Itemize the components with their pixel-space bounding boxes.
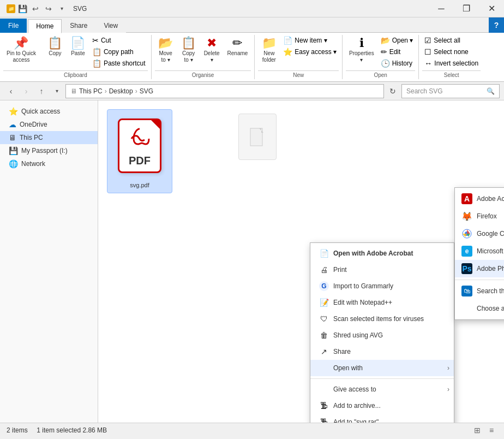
select-all-button[interactable]: ☑ Select all [422, 35, 481, 46]
tab-view[interactable]: View [95, 19, 126, 33]
list-view-button[interactable]: ≡ [485, 424, 497, 436]
tab-home[interactable]: Home [28, 19, 62, 33]
qat-dropdown[interactable]: ▾ [56, 3, 68, 15]
paste-button[interactable]: 📄 Paste [67, 35, 89, 59]
help-button[interactable]: ? [489, 17, 504, 33]
select-none-button[interactable]: ☐ Select none [422, 46, 481, 57]
copy-path-button[interactable]: 📋 Copy path [90, 46, 148, 57]
restore-button[interactable]: ❐ [454, 0, 479, 17]
tab-share[interactable]: Share [62, 19, 95, 33]
ctx-grammarly[interactable]: G Import to Grammarly [310, 278, 454, 294]
status-items-count: 2 items 1 item selected 2.86 MB [7, 426, 107, 434]
properties-icon: ℹ [359, 37, 364, 49]
qat-save[interactable]: 💾 [16, 3, 28, 15]
ctx-open-with[interactable]: Open with › [310, 360, 454, 376]
my-passport-icon: 💾 [9, 146, 18, 155]
cut-icon: ✂ [92, 36, 99, 45]
select-items: ☑ Select all ☐ Select none ↔ Invert sele… [422, 35, 481, 69]
ctx-add-rar[interactable]: 🗜 Add to "svg.rar" [310, 414, 454, 423]
submenu-label: Adobe Acrobat [477, 195, 504, 203]
submenu-acrobat[interactable]: A Adobe Acrobat [455, 190, 504, 207]
properties-button[interactable]: ℹ Properties▾ [346, 35, 377, 66]
ctx-label: Edit with Notepad++ [333, 299, 392, 306]
pin-button[interactable]: 📌 Pin to Quickaccess [3, 35, 39, 66]
edit-button[interactable]: ✏ Edit [379, 46, 416, 57]
select-all-icon: ☑ [424, 36, 431, 45]
file-item-svg-pdf[interactable]: PDF svg.pdf [107, 109, 172, 193]
submenu-store[interactable]: 🛍 Search the Microsoft Store [455, 282, 504, 300]
give-access-arrow: › [447, 385, 449, 393]
recent-button[interactable]: ▾ [50, 85, 63, 98]
new-folder-button[interactable]: 📁 Newfolder [258, 35, 280, 66]
blank-file-thumbnail [238, 114, 277, 160]
submenu-another-app[interactable]: Choose another app [455, 300, 504, 317]
open-button[interactable]: 📂 Open ▾ [379, 35, 416, 46]
ctx-add-archive[interactable]: 🗜 Add to archive... [310, 398, 454, 414]
address-this-pc[interactable]: This PC [79, 87, 103, 95]
qat-redo[interactable]: ↪ [43, 3, 55, 15]
move-to-label: Moveto ▾ [159, 50, 172, 63]
quick-access-toolbar: 📁 💾 ↩ ↪ ▾ [4, 3, 70, 15]
thumbnail-view-button[interactable]: ⊞ [471, 424, 483, 436]
address-bar[interactable]: 🖥 This PC › Desktop › SVG [65, 84, 384, 98]
new-item-icon: 📄 [283, 36, 292, 45]
address-svg[interactable]: SVG [140, 87, 153, 95]
copy-icon: 📋 [47, 37, 62, 49]
search-icon: 🔍 [487, 87, 495, 95]
sidebar-item-onedrive[interactable]: ☁ OneDrive [0, 118, 98, 131]
back-button[interactable]: ‹ [4, 85, 17, 98]
copy-path-icon: 📋 [92, 48, 101, 56]
submenu-label: Microsoft Edge [477, 247, 504, 255]
submenu-label: Firefox [477, 212, 497, 220]
tab-file[interactable]: File [0, 19, 27, 33]
easy-access-button[interactable]: ⭐ Easy access ▾ [281, 46, 339, 57]
photoshop-sub-icon: Ps [461, 263, 472, 274]
move-to-button[interactable]: 📂 Moveto ▾ [155, 35, 177, 66]
paste-shortcut-button[interactable]: 📋 Paste shortcut [90, 58, 148, 69]
svg-rect-0 [250, 128, 262, 146]
submenu-chrome[interactable]: Google Chrome [455, 225, 504, 242]
new-label: New [258, 70, 339, 79]
sidebar-item-label: This PC [20, 134, 43, 141]
ctx-shred[interactable]: 🗑 Shred using AVG [310, 327, 454, 343]
ctx-give-access[interactable]: Give access to › [310, 381, 454, 398]
notepad-icon: 📝 [319, 298, 329, 307]
ctx-notepad[interactable]: 📝 Edit with Notepad++ [310, 294, 454, 311]
title-bar-left: 📁 💾 ↩ ↪ ▾ SVG [4, 3, 87, 15]
new-items: 📁 Newfolder 📄 New item ▾ ⭐ Easy access ▾ [258, 35, 339, 69]
file-area[interactable]: PDF svg.pdf 📄 Open with Adob [98, 100, 504, 423]
status-bar: 2 items 1 item selected 2.86 MB ⊞ ≡ [0, 423, 504, 437]
sidebar-item-quick-access[interactable]: ⭐ Quick access [0, 105, 98, 118]
history-button[interactable]: 🕒 History [379, 58, 416, 69]
sidebar-item-label: OneDrive [20, 121, 47, 128]
search-bar[interactable]: Search SVG 🔍 [401, 84, 500, 98]
ctx-open-acrobat[interactable]: 📄 Open with Adobe Acrobat [310, 245, 454, 262]
close-button[interactable]: ✕ [479, 0, 504, 17]
ctx-label: Scan selected items for viruses [333, 315, 424, 323]
up-button[interactable]: ↑ [35, 85, 48, 98]
copy-to-button[interactable]: 📋 Copyto ▾ [178, 35, 200, 66]
network-icon: 🌐 [9, 159, 18, 168]
submenu-firefox[interactable]: 🦊 Firefox [455, 207, 504, 225]
qat-undo[interactable]: ↩ [29, 3, 41, 15]
minimize-button[interactable]: ─ [429, 0, 454, 17]
refresh-address-button[interactable]: ↻ [386, 85, 399, 98]
delete-button[interactable]: ✖ Delete▾ [201, 35, 223, 66]
submenu-photoshop[interactable]: Ps Adobe Photoshop CS6 [455, 260, 504, 277]
invert-selection-button[interactable]: ↔ Invert selection [422, 58, 481, 69]
address-desktop[interactable]: Desktop [109, 87, 133, 95]
sidebar-item-my-passport[interactable]: 💾 My Passport (I:) [0, 144, 98, 157]
ctx-virus[interactable]: 🛡 Scan selected items for viruses [310, 311, 454, 327]
sep2: › [135, 87, 137, 95]
ctx-share[interactable]: ↗ Share [310, 343, 454, 360]
cut-button[interactable]: ✂ Cut [90, 35, 148, 46]
sidebar-item-this-pc[interactable]: 🖥 This PC [0, 131, 98, 144]
copy-button[interactable]: 📋 Copy [44, 35, 66, 59]
new-item-button[interactable]: 📄 New item ▾ [281, 35, 339, 46]
file-item-blank[interactable] [225, 109, 290, 193]
forward-button[interactable]: › [20, 85, 33, 98]
submenu-edge[interactable]: e Microsoft Edge [455, 242, 504, 260]
sidebar-item-network[interactable]: 🌐 Network [0, 157, 98, 170]
ctx-print[interactable]: 🖨 Print [310, 262, 454, 278]
rename-button[interactable]: ✏ Rename [224, 35, 251, 59]
